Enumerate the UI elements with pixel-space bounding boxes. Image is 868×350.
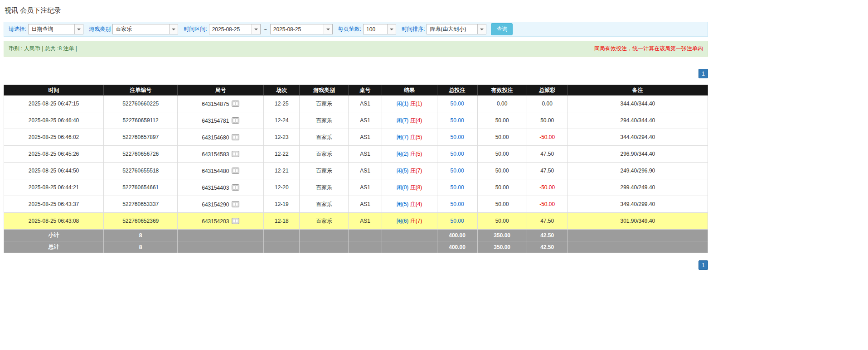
- cell-bet-id: 522760654661: [104, 179, 178, 196]
- chevron-down-icon[interactable]: [169, 24, 178, 34]
- round-detail-icon[interactable]: [232, 168, 239, 174]
- cell-total-bet[interactable]: 50.00: [437, 163, 477, 179]
- cell-note: 296.90/344.40: [567, 146, 708, 163]
- cell-total-bet[interactable]: 50.00: [437, 96, 477, 112]
- table-row: 2025-08-25 06:44:50522760655518643154480…: [4, 163, 708, 179]
- cell-round-id: 643154290: [178, 196, 264, 213]
- chevron-down-icon[interactable]: [477, 24, 486, 34]
- cell-round-id: 643154403: [178, 179, 264, 196]
- column-header: 时间: [4, 85, 104, 96]
- cell-bet-id: 522760652369: [104, 213, 178, 230]
- round-detail-icon[interactable]: [232, 201, 239, 207]
- currency-summary-text: 币别 : 人民币 | 总共 :8 注单 |: [9, 45, 77, 53]
- page-1-button[interactable]: 1: [698, 260, 708, 270]
- cell-game-type: 百家乐: [300, 196, 349, 213]
- column-header: 总投注: [437, 85, 477, 96]
- cell-round-id: 643154583: [178, 146, 264, 163]
- cell-round-id: 643154480: [178, 163, 264, 179]
- search-button[interactable]: 查询: [491, 23, 513, 35]
- chevron-down-icon[interactable]: [324, 24, 332, 34]
- cell-time: 2025-08-25 06:47:15: [4, 96, 104, 112]
- cell-payout: 0.00: [527, 96, 567, 112]
- round-id-text: 643154403: [202, 184, 229, 191]
- cell-result: 闲(5) 庄(7): [382, 163, 437, 179]
- page-size-label: 每页笔数:: [338, 25, 361, 33]
- cell-note: 249.40/296.90: [567, 163, 708, 179]
- cell-result: 闲(7) 庄(4): [382, 112, 437, 129]
- cell-session: 12-21: [264, 163, 300, 179]
- footer-cell: 8: [104, 241, 178, 253]
- table-row: 2025-08-25 06:45:26522760656726643154583…: [4, 146, 708, 163]
- cell-game-type: 百家乐: [300, 146, 349, 163]
- cell-session: 12-19: [264, 196, 300, 213]
- date-range-separator: ~: [264, 26, 267, 33]
- table-row: 2025-08-25 06:44:21522760654661643154403…: [4, 179, 708, 196]
- sort-order-select[interactable]: 降幕(由大到小): [427, 24, 486, 34]
- table-row: 2025-08-25 06:46:02522760657897643154680…: [4, 129, 708, 146]
- round-detail-icon[interactable]: [232, 151, 239, 157]
- query-type-select[interactable]: 日期查询: [28, 24, 83, 34]
- sort-order-value: 降幕(由大到小): [427, 24, 477, 34]
- footer-cell: [349, 230, 382, 241]
- result-banker: 庄(8): [410, 184, 422, 191]
- page-size-select[interactable]: 100: [363, 24, 396, 34]
- cell-game-type: 百家乐: [300, 213, 349, 230]
- game-type-select[interactable]: 百家乐: [112, 24, 178, 34]
- cell-valid-bet: 50.00: [477, 112, 527, 129]
- cell-game-type: 百家乐: [300, 96, 349, 112]
- cell-payout: -50.00: [527, 179, 567, 196]
- page-container: 视讯 会员下注纪录 请选择: 日期查询 游戏类别 百家乐 时间区间: 2025-…: [4, 0, 708, 270]
- cell-game-type: 百家乐: [300, 129, 349, 146]
- cell-table-no: AS1: [349, 146, 382, 163]
- round-detail-icon[interactable]: [232, 101, 239, 107]
- table-row: 2025-08-25 06:47:15522760660225643154875…: [4, 96, 708, 112]
- cell-total-bet[interactable]: 50.00: [437, 146, 477, 163]
- cell-time: 2025-08-25 06:46:40: [4, 112, 104, 129]
- round-id-text: 643154875: [202, 101, 229, 107]
- round-detail-icon[interactable]: [232, 134, 239, 140]
- round-id-text: 643154781: [202, 117, 229, 124]
- filter-bar: 请选择: 日期查询 游戏类别 百家乐 时间区间: 2025-08-25 ~ 20…: [4, 22, 708, 37]
- round-id-text: 643154583: [202, 151, 229, 157]
- footer-cell: [567, 230, 708, 241]
- cell-total-bet[interactable]: 50.00: [437, 196, 477, 213]
- cell-payout: 47.50: [527, 163, 567, 179]
- cell-payout: -50.00: [527, 129, 567, 146]
- cell-result: 闲(2) 庄(5): [382, 146, 437, 163]
- cell-total-bet[interactable]: 50.00: [437, 179, 477, 196]
- round-detail-icon[interactable]: [232, 218, 239, 224]
- cell-result: 闲(1) 庄(1): [382, 96, 437, 112]
- result-player: 闲(7): [397, 117, 409, 124]
- footer-cell: [178, 241, 264, 253]
- result-banker: 庄(5): [410, 151, 422, 157]
- cell-total-bet[interactable]: 50.00: [437, 213, 477, 230]
- sort-order-label: 时间排序:: [402, 25, 425, 33]
- footer-cell: 42.50: [527, 230, 567, 241]
- chevron-down-icon[interactable]: [252, 24, 260, 34]
- cell-result: 闲(6) 庄(7): [382, 213, 437, 230]
- cell-time: 2025-08-25 06:44:50: [4, 163, 104, 179]
- cell-note: 301.90/349.40: [567, 213, 708, 230]
- date-from-select[interactable]: 2025-08-25: [209, 24, 261, 34]
- date-to-select[interactable]: 2025-08-25: [270, 24, 333, 34]
- summary-bar: 币别 : 人民币 | 总共 :8 注单 | 同局有效投注，统一计算在该局第一张注…: [4, 41, 708, 57]
- cell-round-id: 643154680: [178, 129, 264, 146]
- cell-total-bet[interactable]: 50.00: [437, 112, 477, 129]
- result-player: 闲(6): [397, 218, 409, 224]
- bet-records-table: 时间注单编号局号场次游戏类别桌号结果总投注有效投注总派彩备注 2025-08-2…: [4, 85, 708, 253]
- chevron-down-icon[interactable]: [387, 24, 396, 34]
- cell-total-bet[interactable]: 50.00: [437, 129, 477, 146]
- round-detail-icon[interactable]: [232, 117, 239, 124]
- column-header: 有效投注: [477, 85, 527, 96]
- footer-cell: 小计: [4, 230, 104, 241]
- column-header: 备注: [567, 85, 708, 96]
- chevron-down-icon[interactable]: [74, 24, 83, 34]
- cell-bet-id: 522760657897: [104, 129, 178, 146]
- footer-cell: [264, 230, 300, 241]
- footer-cell: [264, 241, 300, 253]
- round-id-text: 643154680: [202, 134, 229, 140]
- query-type-value: 日期查询: [29, 24, 74, 34]
- round-detail-icon[interactable]: [232, 184, 239, 191]
- page-1-button[interactable]: 1: [698, 69, 708, 78]
- column-header: 局号: [178, 85, 264, 96]
